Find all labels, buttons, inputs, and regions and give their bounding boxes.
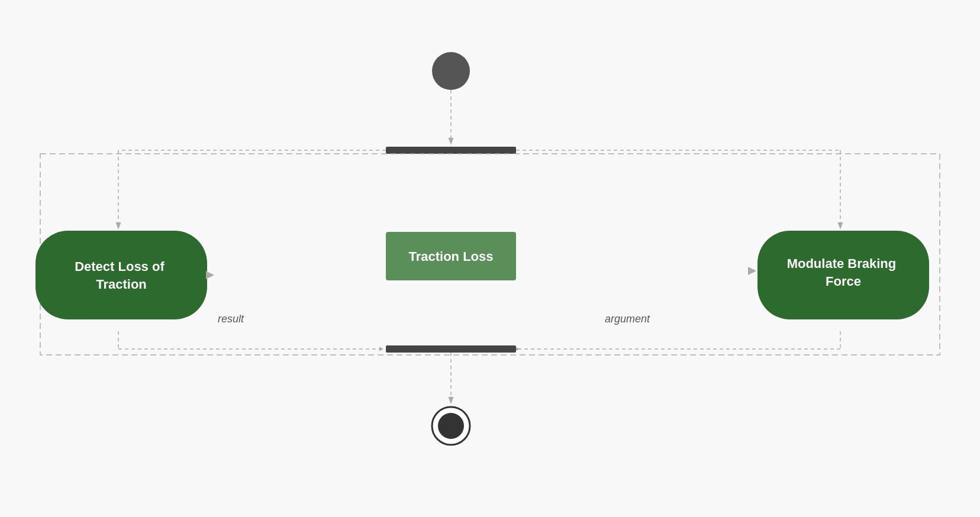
activity-diagram: Detect Loss of Traction Traction Loss Mo… bbox=[0, 0, 980, 517]
fork-bar bbox=[386, 147, 516, 154]
detect-right-arrow bbox=[206, 271, 214, 279]
detect-node[interactable] bbox=[36, 231, 207, 319]
start-node bbox=[432, 52, 470, 90]
modulate-left-arrow bbox=[748, 267, 756, 275]
diagram-canvas: Detect Loss of Traction Traction Loss Mo… bbox=[0, 0, 980, 517]
end-node-fill bbox=[438, 413, 464, 439]
result-label: result bbox=[218, 313, 244, 325]
traction-loss-label: Traction Loss bbox=[408, 249, 493, 264]
argument-label: argument bbox=[605, 313, 650, 325]
join-bar bbox=[386, 345, 516, 353]
